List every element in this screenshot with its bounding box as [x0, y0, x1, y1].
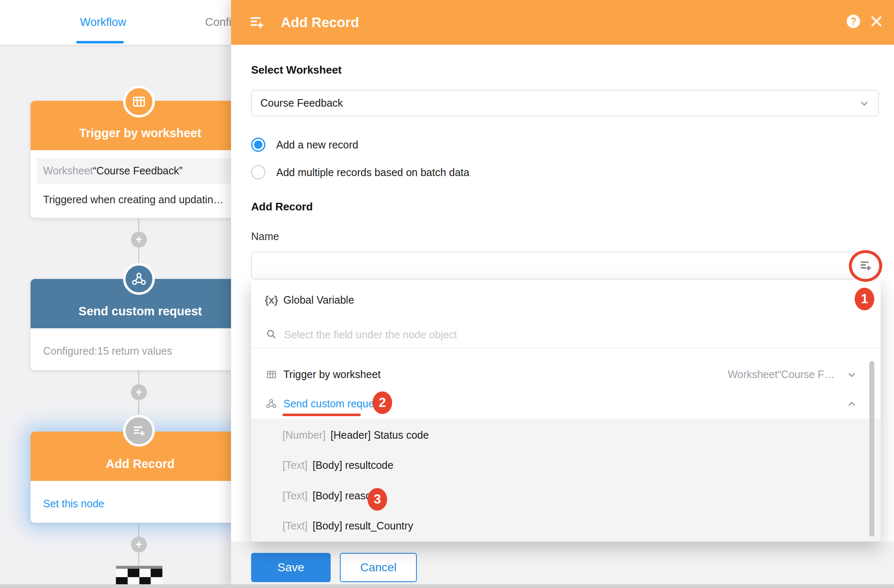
- radio-add-multiple-records[interactable]: Add multiple records based on batch data: [251, 165, 469, 179]
- workflow-editor-screen: Trigger by worksheet Worksheet“Course Fe…: [0, 0, 894, 588]
- chevron-down-icon: [846, 369, 858, 382]
- add-node-button[interactable]: +: [131, 537, 147, 552]
- search-icon: [265, 328, 277, 340]
- active-tab-underline: [76, 41, 124, 43]
- webhook-icon: [265, 398, 277, 409]
- radio-add-new-record[interactable]: Add a new record: [251, 138, 358, 152]
- annotation-circle: [849, 250, 882, 282]
- annotation-badge-1: 1: [855, 288, 874, 310]
- radio-label: Add a new record: [276, 139, 358, 151]
- popup-node-trigger-by-worksheet[interactable]: Trigger by worksheet Worksheet“Course F…: [251, 359, 881, 389]
- field-type: [Text]: [283, 490, 308, 502]
- global-variable-label: Global Variable: [283, 294, 354, 306]
- annotation-badge-3: 3: [367, 488, 387, 511]
- node-description: Configured:15 return values: [43, 345, 172, 357]
- tab-workflow[interactable]: Workflow: [80, 0, 126, 45]
- field-search-row: [251, 324, 881, 345]
- field-type: [Text]: [283, 520, 308, 532]
- popup-node-label: Send custom request: [283, 398, 382, 410]
- worksheet-icon: [123, 86, 155, 118]
- node-fields-list: [Number] [Header] Status code [Text] [Bo…: [251, 419, 881, 542]
- node-meta: Worksheet“Course Feedback”: [37, 158, 250, 184]
- end-flag-icon: [116, 566, 162, 585]
- radio-unselected-icon: [251, 165, 265, 179]
- tab-workflow-label: Workflow: [80, 16, 126, 29]
- add-node-button[interactable]: +: [131, 232, 147, 248]
- set-this-node-link[interactable]: Set this node: [43, 498, 104, 510]
- name-field-label: Name: [251, 230, 279, 243]
- field-label: [Body] result_Country: [313, 520, 413, 532]
- name-input[interactable]: [251, 252, 879, 279]
- worksheet-select[interactable]: Course Feedback: [251, 90, 879, 116]
- meta-value: “Course Feedback”: [93, 165, 182, 177]
- panel-title: Add Record: [281, 0, 359, 45]
- field-type: [Text]: [283, 459, 308, 471]
- help-icon[interactable]: ?: [847, 15, 860, 28]
- popup-scrollbar[interactable]: [869, 361, 874, 537]
- add-node-button[interactable]: +: [131, 384, 147, 400]
- field-item-reason[interactable]: [Text] [Body] reason: [283, 481, 377, 511]
- field-search-input[interactable]: [283, 324, 787, 345]
- horizontal-scrollbar[interactable]: [0, 584, 894, 588]
- field-type: [Number]: [283, 429, 326, 441]
- field-item-status-code[interactable]: [Number] [Header] Status code: [283, 420, 429, 450]
- add-record-icon: [248, 14, 265, 32]
- node-description: Triggered when creating and updatin…: [43, 194, 224, 206]
- global-variable-icon: {x}: [265, 294, 277, 307]
- node-title: Add Record: [106, 457, 175, 471]
- field-label: [Header] Status code: [331, 429, 429, 441]
- panel-footer: Save Cancel: [231, 542, 894, 588]
- dynamic-value-popup: {x} Global Variable Trigger by worksheet…: [251, 279, 881, 542]
- divider: [251, 348, 881, 348]
- field-item-resultcode[interactable]: [Text] [Body] resultcode: [283, 450, 393, 480]
- add-record-icon: [123, 415, 155, 447]
- cancel-button[interactable]: Cancel: [340, 553, 417, 582]
- add-record-section-title: Add Record: [251, 200, 313, 213]
- chevron-up-icon: [846, 398, 858, 412]
- annotation-badge-2: 2: [372, 391, 392, 414]
- node-trigger-by-worksheet[interactable]: Trigger by worksheet Worksheet“Course Fe…: [31, 101, 250, 218]
- node-title: Trigger by worksheet: [79, 126, 201, 140]
- close-icon[interactable]: [868, 13, 884, 29]
- popup-node-label: Trigger by worksheet: [283, 368, 381, 381]
- meta-label: Worksheet: [43, 165, 93, 177]
- save-button[interactable]: Save: [251, 553, 331, 582]
- field-label: [Body] resultcode: [313, 459, 393, 471]
- worksheet-icon: [265, 369, 277, 380]
- webhook-icon: [123, 263, 155, 295]
- select-worksheet-label: Select Worksheet: [251, 64, 342, 77]
- node-title: Send custom request: [79, 304, 202, 318]
- panel-header: Add Record ?: [231, 0, 894, 45]
- global-variable-item[interactable]: {x} Global Variable: [251, 290, 881, 309]
- chevron-down-icon: [858, 97, 870, 112]
- radio-selected-icon: [251, 138, 265, 152]
- field-item-result-country[interactable]: [Text] [Body] result_Country: [283, 511, 413, 541]
- annotation-underline: [283, 414, 361, 416]
- worksheet-select-value: Course Feedback: [260, 97, 343, 109]
- radio-label: Add multiple records based on batch data: [276, 166, 469, 179]
- popup-node-value: Worksheet“Course F…: [728, 368, 835, 381]
